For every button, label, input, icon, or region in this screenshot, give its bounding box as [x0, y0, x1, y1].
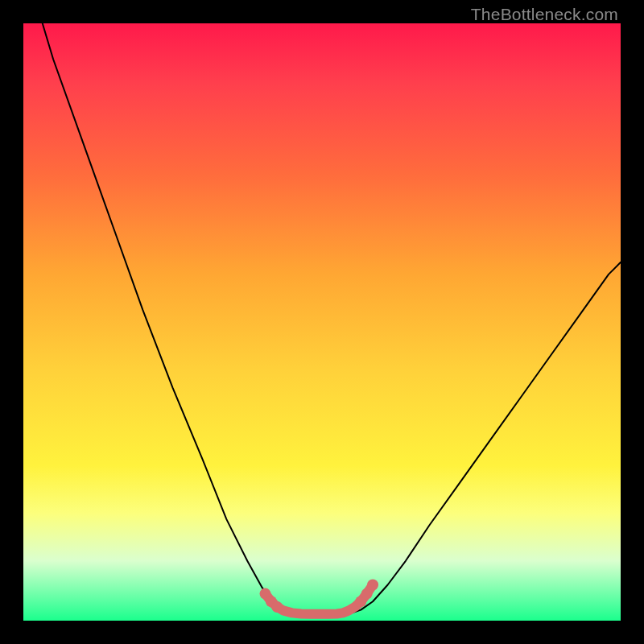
trough-dot	[271, 601, 283, 613]
trough-dot	[367, 579, 378, 590]
bottleneck-curve	[43, 23, 621, 614]
chart-frame: TheBottleneck.com	[0, 0, 644, 644]
watermark-text: TheBottleneck.com	[471, 5, 618, 24]
chart-svg	[23, 23, 621, 621]
plot-area	[23, 23, 621, 621]
